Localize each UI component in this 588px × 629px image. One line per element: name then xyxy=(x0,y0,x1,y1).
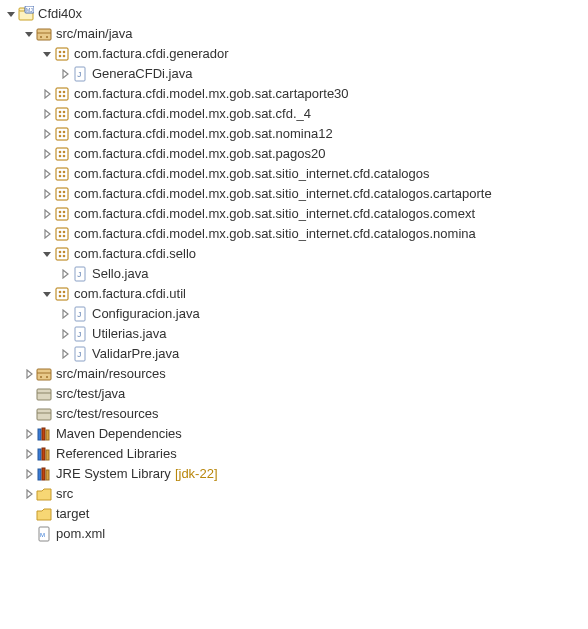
package-label: com.factura.cfdi.model.mx.gob.sat.sitio_… xyxy=(74,184,492,204)
expand-toggle-collapsed-icon[interactable] xyxy=(22,449,36,459)
expand-toggle-collapsed-icon[interactable] xyxy=(40,109,54,119)
java-file-icon xyxy=(72,266,88,282)
tree-item-java-file[interactable]: ValidarPre.java xyxy=(4,344,584,364)
java-file-icon xyxy=(72,66,88,82)
expand-toggle-collapsed-icon[interactable] xyxy=(40,149,54,159)
expand-toggle-collapsed-icon[interactable] xyxy=(58,349,72,359)
expand-toggle-collapsed-icon[interactable] xyxy=(22,489,36,499)
expand-toggle-collapsed-icon[interactable] xyxy=(40,189,54,199)
package-icon xyxy=(54,286,70,302)
library-icon xyxy=(36,446,52,462)
java-file-icon xyxy=(72,306,88,322)
folder-icon xyxy=(36,486,52,502)
tree-item-java-file[interactable]: Configuracion.java xyxy=(4,304,584,324)
package-label: com.factura.cfdi.generador xyxy=(74,44,229,64)
expand-toggle-collapsed-icon[interactable] xyxy=(22,469,36,479)
java-file-label: Configuracion.java xyxy=(92,304,200,324)
library-decoration: [jdk-22] xyxy=(175,464,218,484)
expand-toggle-expanded-icon[interactable] xyxy=(40,289,54,299)
java-project-icon xyxy=(18,6,34,22)
library-label: Maven Dependencies xyxy=(56,424,182,444)
package-icon xyxy=(54,126,70,142)
xml-file-icon xyxy=(36,526,52,542)
expand-toggle-expanded-icon[interactable] xyxy=(22,29,36,39)
package-icon xyxy=(54,226,70,242)
tree-item-src-folder[interactable]: src xyxy=(4,484,584,504)
expand-toggle-collapsed-icon[interactable] xyxy=(40,209,54,219)
library-icon xyxy=(36,466,52,482)
file-label: pom.xml xyxy=(56,524,105,544)
expand-toggle-collapsed-icon[interactable] xyxy=(40,169,54,179)
library-label: Referenced Libraries xyxy=(56,444,177,464)
expand-toggle-collapsed-icon[interactable] xyxy=(58,69,72,79)
package-label: com.factura.cfdi.model.mx.gob.sat.sitio_… xyxy=(74,164,430,184)
expand-toggle-expanded-icon[interactable] xyxy=(4,9,18,19)
source-folder-label: src/main/java xyxy=(56,24,133,44)
tree-item-src-test-resources[interactable]: src/test/resources xyxy=(4,404,584,424)
package-label: com.factura.cfdi.model.mx.gob.sat.nomina… xyxy=(74,124,333,144)
tree-item-java-file[interactable]: GeneraCFDi.java xyxy=(4,64,584,84)
expand-toggle-collapsed-icon[interactable] xyxy=(40,229,54,239)
tree-item-src-main-resources[interactable]: src/main/resources xyxy=(4,364,584,384)
tree-item-package-pagos20[interactable]: com.factura.cfdi.model.mx.gob.sat.pagos2… xyxy=(4,144,584,164)
source-folder-icon xyxy=(36,26,52,42)
library-label: JRE System Library xyxy=(56,464,171,484)
package-label: com.factura.cfdi.util xyxy=(74,284,186,304)
package-label: com.factura.cfdi.model.mx.gob.sat.cfd._4 xyxy=(74,104,311,124)
tree-item-package-catalogos_comext[interactable]: com.factura.cfdi.model.mx.gob.sat.sitio_… xyxy=(4,204,584,224)
tree-item-package-sello[interactable]: com.factura.cfdi.sello xyxy=(4,244,584,264)
tree-item-src-main-java[interactable]: src/main/java xyxy=(4,24,584,44)
source-folder-empty-icon xyxy=(36,406,52,422)
source-folder-label: src/test/java xyxy=(56,384,125,404)
source-folder-label: src/main/resources xyxy=(56,364,166,384)
expand-toggle-expanded-icon[interactable] xyxy=(40,49,54,59)
java-file-label: ValidarPre.java xyxy=(92,344,179,364)
folder-label: src xyxy=(56,484,73,504)
source-folder-empty-icon xyxy=(36,386,52,402)
expand-toggle-collapsed-icon[interactable] xyxy=(22,429,36,439)
tree-item-package-cfd4[interactable]: com.factura.cfdi.model.mx.gob.sat.cfd._4 xyxy=(4,104,584,124)
tree-item-package-util[interactable]: com.factura.cfdi.util xyxy=(4,284,584,304)
tree-item-package-catalogos_nomina[interactable]: com.factura.cfdi.model.mx.gob.sat.sitio_… xyxy=(4,224,584,244)
java-file-label: Utilerias.java xyxy=(92,324,166,344)
package-label: com.factura.cfdi.sello xyxy=(74,244,196,264)
package-icon xyxy=(54,206,70,222)
tree-item-jre-system-library[interactable]: JRE System Library[jdk-22] xyxy=(4,464,584,484)
folder-label: target xyxy=(56,504,89,524)
tree-item-target-folder[interactable]: target xyxy=(4,504,584,524)
package-icon xyxy=(54,146,70,162)
tree-item-package-nomina12[interactable]: com.factura.cfdi.model.mx.gob.sat.nomina… xyxy=(4,124,584,144)
package-icon xyxy=(54,86,70,102)
tree-item-src-test-java[interactable]: src/test/java xyxy=(4,384,584,404)
package-icon xyxy=(54,46,70,62)
tree-item-project[interactable]: Cfdi40x xyxy=(4,4,584,24)
expand-toggle-collapsed-icon[interactable] xyxy=(40,129,54,139)
expand-toggle-collapsed-icon[interactable] xyxy=(58,329,72,339)
tree-item-pom-xml[interactable]: pom.xml xyxy=(4,524,584,544)
tree-item-package-catalogos_cartaporte[interactable]: com.factura.cfdi.model.mx.gob.sat.sitio_… xyxy=(4,184,584,204)
package-icon xyxy=(54,106,70,122)
package-icon xyxy=(54,246,70,262)
package-icon xyxy=(54,186,70,202)
source-folder-icon xyxy=(36,366,52,382)
expand-toggle-collapsed-icon[interactable] xyxy=(22,369,36,379)
java-file-label: Sello.java xyxy=(92,264,148,284)
tree-item-maven-dependencies[interactable]: Maven Dependencies xyxy=(4,424,584,444)
package-icon xyxy=(54,166,70,182)
expand-toggle-collapsed-icon[interactable] xyxy=(58,269,72,279)
java-file-icon xyxy=(72,326,88,342)
java-file-icon xyxy=(72,346,88,362)
expand-toggle-collapsed-icon[interactable] xyxy=(58,309,72,319)
package-label: com.factura.cfdi.model.mx.gob.sat.cartap… xyxy=(74,84,349,104)
expand-toggle-collapsed-icon[interactable] xyxy=(40,89,54,99)
tree-item-package-generador[interactable]: com.factura.cfdi.generador xyxy=(4,44,584,64)
tree-item-java-file[interactable]: Utilerias.java xyxy=(4,324,584,344)
tree-item-referenced-libraries[interactable]: Referenced Libraries xyxy=(4,444,584,464)
library-icon xyxy=(36,426,52,442)
tree-item-java-file[interactable]: Sello.java xyxy=(4,264,584,284)
expand-toggle-expanded-icon[interactable] xyxy=(40,249,54,259)
tree-item-package-cartaporte30[interactable]: com.factura.cfdi.model.mx.gob.sat.cartap… xyxy=(4,84,584,104)
package-label: com.factura.cfdi.model.mx.gob.sat.sitio_… xyxy=(74,204,475,224)
tree-item-package-catalogos[interactable]: com.factura.cfdi.model.mx.gob.sat.sitio_… xyxy=(4,164,584,184)
folder-icon xyxy=(36,506,52,522)
